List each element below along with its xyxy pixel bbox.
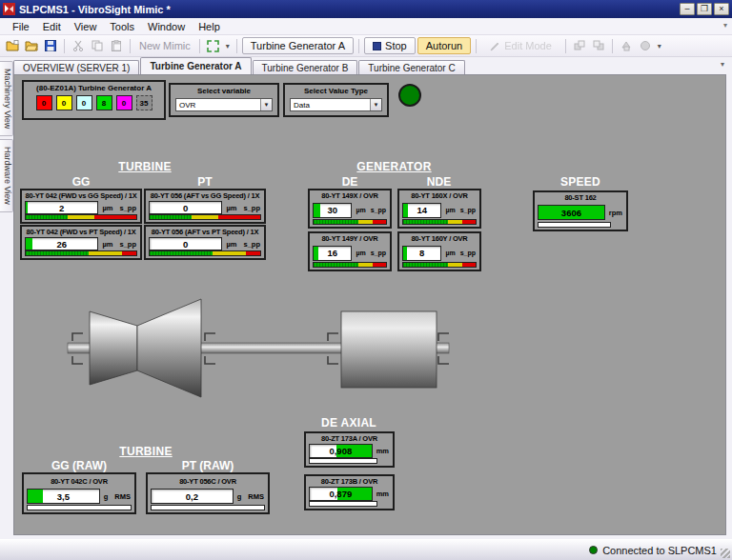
meter-value-box: 14 [402,203,441,218]
tab-turbine-generator-c[interactable]: Turbine Generator C [358,60,464,74]
alarm-panel-title: (80-EZ01A) Turbine Generator A [24,84,164,92]
meter: 80-YT 042 (FWD vs PT Speed) / 1X26µms_pp [20,225,142,260]
menu-file[interactable]: File [6,20,36,33]
side-tab-machinery-view[interactable]: Machinery View [0,61,13,136]
menu-window[interactable]: Window [141,20,192,33]
meter: 80-YT 056 (AFT vs GG Speed) / 1X0µms_pp [144,189,266,224]
window-title: SLPCMS1 - VibroSight Mimic * [19,4,680,15]
meter: 80-YT 042C / OVR3,5gRMS [22,472,136,514]
meter-unit-label: µm [445,207,455,213]
value-type-dropdown-arrow-icon[interactable]: ▼ [370,99,381,110]
meter-value: 14 [403,204,440,217]
generator-body [341,311,437,388]
tab-overview-server-1-[interactable]: OVERVIEW (SERVER 1) [13,60,139,74]
menu-tools[interactable]: Tools [103,20,141,33]
tab-turbine-generator-b[interactable]: Turbine Generator B [253,60,358,74]
restore-button[interactable]: ❐ [697,3,712,15]
new-mimic-button[interactable]: New Mimic [135,40,194,51]
meter-unit-label: s_pp [243,204,260,212]
ungroup-icon[interactable] [637,37,654,54]
resize-grip[interactable] [721,549,730,558]
minimize-button[interactable]: – [680,3,695,15]
meter-tag-label: 80-ZT 173B / OVR [309,477,390,487]
meter-unit-label: s_pp [460,207,476,213]
toolbar-overflow-icon[interactable]: ▾ [656,42,663,50]
scale-segment [192,215,218,219]
tab-overflow-icon[interactable]: ▾ [721,60,724,69]
menubar-overflow-icon[interactable]: ▾ [723,21,727,30]
machine-graphic [54,290,464,403]
bring-forward-icon[interactable] [571,37,588,54]
meter: 80-ST 1623606rpm [533,190,628,231]
speed-meter-holder: 80-ST 1623606rpm [533,190,628,231]
status-bar: Connected to SLPCMS1 [0,539,732,560]
select-value-type-label: Select Value Type [285,87,387,95]
meter-unit-label: g [237,492,242,501]
save-icon[interactable] [42,37,59,54]
meter-unit-label: s_pp [119,204,136,212]
alarm-count-box: 35 [136,95,152,110]
side-tab-hardware-view[interactable]: Hardware View [0,139,13,212]
autorun-toggle[interactable]: Autorun [417,37,472,54]
meter: 80-ZT 173A / OVR0,908mm [304,431,395,468]
menu-help[interactable]: Help [192,20,227,33]
meter-tag-label: 80-YT 149Y / OVR [313,234,387,244]
meter-value: 26 [26,238,97,250]
alarm-count-box: 8 [96,95,112,110]
copy-icon[interactable] [89,37,106,54]
turbine-body-right [137,299,201,397]
edit-mode-toggle[interactable]: Edit Mode [481,37,560,54]
speed-section-title: SPEED [533,175,628,189]
meter-unit-label: µm [356,207,365,213]
main-area: Machinery ViewHardware View OVERVIEW (SE… [0,57,732,539]
turbine-section-title: TURBINE [20,160,270,173]
turbine-col-pt-label: PT [144,175,266,189]
meter-unit-label: s_pp [243,240,260,249]
meter-scale-strip [402,262,477,268]
meter-tag-label: 80-YT 042 (FWD vs PT Speed) / 1X [25,228,137,237]
meter-unit-label: mm [376,447,389,455]
scale-segment [218,215,260,219]
meter-tag-label: 80-YT 042C / OVR [27,475,132,488]
menu-edit[interactable]: Edit [36,20,68,33]
scale-segment [373,220,386,224]
value-type-dropdown[interactable]: Data ▼ [290,98,382,111]
meter-unit-label: µm [102,240,112,249]
cut-icon[interactable] [70,37,87,54]
stop-button[interactable]: Stop [364,37,416,54]
app-icon [3,3,15,15]
meter-value: 0,2 [152,490,233,503]
meter-value-box: 0 [149,237,222,250]
turbine-raw-section-title: TURBINE [22,445,270,458]
meter-tag-label: 80-YT 056C / OVR [151,475,265,488]
new-file-icon[interactable] [4,37,21,54]
connection-status-text: Connected to SLPCMS1 [602,545,717,556]
fit-dropdown-icon[interactable]: ▾ [224,42,232,50]
menu-view[interactable]: View [68,20,104,33]
meter: 80-YT 149Y / OVR16µms_pp [308,231,392,271]
meter-scale-strip [149,250,261,256]
tab-turbine-generator-a[interactable]: Turbine Generator A [140,57,251,74]
close-button[interactable]: × [714,3,729,15]
de-axial-meter-list: 80-ZT 173A / OVR0,908mm80-ZT 173B / OVR0… [304,431,395,510]
fit-to-window-icon[interactable] [205,37,222,54]
open-folder-icon[interactable] [23,37,40,54]
scale-segment [89,251,122,255]
side-tab-strip: Machinery ViewHardware View [0,57,13,539]
mimic-selector-button[interactable]: Turbine Generator A [242,37,354,54]
scale-segment [213,251,246,255]
meter-value: 30 [314,204,351,217]
group-icon[interactable] [618,37,635,54]
scale-segment [26,251,89,255]
content-area: OVERVIEW (SERVER 1)Turbine Generator ATu… [13,57,732,539]
paste-icon[interactable] [108,37,125,54]
meter-value: 16 [314,247,351,260]
meter: 80-YT 160Y / OVR8µms_pp [397,231,481,271]
meter-value-box: 3606 [538,205,605,220]
raw-col-gg-label: GG (RAW) [22,459,136,472]
send-backward-icon[interactable] [590,37,607,54]
alarm-summary-panel: (80-EZ01A) Turbine Generator A 0008035 [22,80,166,120]
variable-dropdown-arrow-icon[interactable]: ▼ [260,99,272,110]
scale-segment [358,220,372,224]
variable-dropdown[interactable]: OVR ▼ [175,98,273,111]
